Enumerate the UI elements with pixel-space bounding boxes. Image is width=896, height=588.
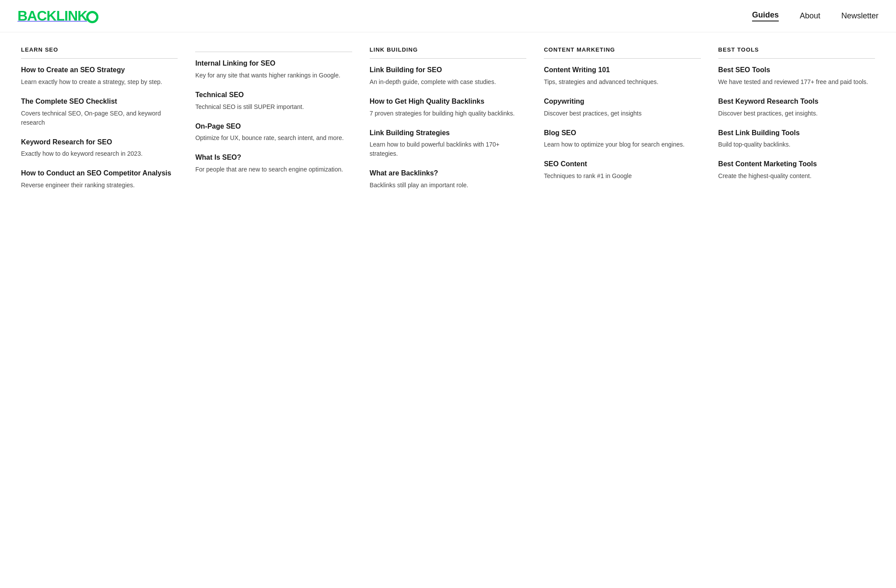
nav-link-guides[interactable]: Guides — [752, 10, 779, 21]
menu-col-header-0: LEARN SEO — [21, 46, 178, 59]
menu-item-0-3: How to Conduct an SEO Competitor Analysi… — [21, 169, 178, 190]
menu-item-link-1-3[interactable]: What Is SEO?For people that are new to s… — [195, 153, 352, 174]
menu-item-1-0: Internal Linking for SEOKey for any site… — [195, 59, 352, 80]
menu-item-1-1: Technical SEOTechnical SEO is still SUPE… — [195, 91, 352, 112]
menu-col-header-3: CONTENT MARKETING — [544, 46, 700, 59]
menu-item-link-0-0[interactable]: How to Create an SEO StrategyLearn exact… — [21, 66, 178, 87]
menu-item-desc: 7 proven strategies for building high qu… — [370, 109, 526, 118]
menu-item-link-0-2[interactable]: Keyword Research for SEOExactly how to d… — [21, 138, 178, 159]
menu-item-desc: Tips, strategies and advanced techniques… — [544, 77, 700, 87]
menu-item-0-2: Keyword Research for SEOExactly how to d… — [21, 138, 178, 159]
menu-item-title: Copywriting — [544, 97, 700, 106]
menu-item-desc: Learn how to optimize your blog for sear… — [544, 140, 700, 149]
site-header: BACKLINK GuidesAboutNewsletter — [0, 0, 896, 32]
menu-item-link-2-0[interactable]: Link Building for SEOAn in-depth guide, … — [370, 66, 526, 87]
menu-item-title: How to Create an SEO Strategy — [21, 66, 178, 75]
logo[interactable]: BACKLINK — [18, 8, 98, 24]
menu-item-link-0-1[interactable]: The Complete SEO ChecklistCovers technic… — [21, 97, 178, 127]
menu-item-title: Best Link Building Tools — [718, 129, 875, 138]
menu-item-desc: Optimize for UX, bounce rate, search int… — [195, 133, 352, 143]
menu-item-title: Best Keyword Research Tools — [718, 97, 875, 106]
menu-item-title: Blog SEO — [544, 129, 700, 138]
menu-item-link-3-1[interactable]: CopywritingDiscover best practices, get … — [544, 97, 700, 118]
menu-item-title: How to Get High Quality Backlinks — [370, 97, 526, 106]
menu-item-link-4-2[interactable]: Best Link Building ToolsBuild top-qualit… — [718, 129, 875, 150]
menu-item-1-3: What Is SEO?For people that are new to s… — [195, 153, 352, 174]
menu-item-link-0-3[interactable]: How to Conduct an SEO Competitor Analysi… — [21, 169, 178, 190]
menu-item-desc: Technical SEO is still SUPER important. — [195, 102, 352, 112]
menu-item-4-2: Best Link Building ToolsBuild top-qualit… — [718, 129, 875, 150]
menu-item-title: How to Conduct an SEO Competitor Analysi… — [21, 169, 178, 178]
menu-item-2-0: Link Building for SEOAn in-depth guide, … — [370, 66, 526, 87]
nav-link-newsletter[interactable]: Newsletter — [841, 11, 878, 21]
menu-item-title: What Is SEO? — [195, 153, 352, 162]
menu-item-title: Internal Linking for SEO — [195, 59, 352, 68]
menu-item-desc: Learn how to build powerful backlinks wi… — [370, 140, 526, 158]
menu-item-4-0: Best SEO ToolsWe have tested and reviewe… — [718, 66, 875, 87]
menu-item-4-1: Best Keyword Research ToolsDiscover best… — [718, 97, 875, 118]
menu-item-2-3: What are Backlinks?Backlinks still play … — [370, 169, 526, 190]
menu-col-4: BEST TOOLSBest SEO ToolsWe have tested a… — [715, 46, 878, 200]
menu-item-desc: Key for any site that wants higher ranki… — [195, 71, 352, 80]
menu-item-desc: Build top-quality backlinks. — [718, 140, 875, 149]
menu-item-3-1: CopywritingDiscover best practices, get … — [544, 97, 700, 118]
menu-item-desc: Discover best practices, get insights — [544, 109, 700, 118]
menu-item-link-4-1[interactable]: Best Keyword Research ToolsDiscover best… — [718, 97, 875, 118]
menu-item-title: Best Content Marketing Tools — [718, 160, 875, 169]
logo-o-icon — [86, 11, 98, 23]
menu-item-title: On-Page SEO — [195, 122, 352, 131]
menu-item-desc: Reverse engineer their ranking strategie… — [21, 181, 178, 190]
menu-item-link-1-2[interactable]: On-Page SEOOptimize for UX, bounce rate,… — [195, 122, 352, 143]
menu-item-3-0: Content Writing 101Tips, strategies and … — [544, 66, 700, 87]
menu-item-link-1-0[interactable]: Internal Linking for SEOKey for any site… — [195, 59, 352, 80]
menu-col-2: LINK BUILDINGLink Building for SEOAn in-… — [366, 46, 530, 200]
menu-item-link-3-2[interactable]: Blog SEOLearn how to optimize your blog … — [544, 129, 700, 150]
menu-item-title: What are Backlinks? — [370, 169, 526, 178]
menu-item-link-2-2[interactable]: Link Building StrategiesLearn how to bui… — [370, 129, 526, 159]
menu-item-title: Link Building for SEO — [370, 66, 526, 75]
menu-item-link-2-3[interactable]: What are Backlinks?Backlinks still play … — [370, 169, 526, 190]
menu-item-0-0: How to Create an SEO StrategyLearn exact… — [21, 66, 178, 87]
menu-col-header-2: LINK BUILDING — [370, 46, 526, 59]
menu-col-3: CONTENT MARKETINGContent Writing 101Tips… — [540, 46, 704, 200]
menu-item-title: Link Building Strategies — [370, 129, 526, 138]
menu-item-desc: Create the highest-quality content. — [718, 172, 875, 181]
menu-item-title: Best SEO Tools — [718, 66, 875, 75]
menu-item-link-3-0[interactable]: Content Writing 101Tips, strategies and … — [544, 66, 700, 87]
menu-item-title: Keyword Research for SEO — [21, 138, 178, 147]
menu-item-desc: We have tested and reviewed 177+ free an… — [718, 77, 875, 87]
menu-item-title: SEO Content — [544, 160, 700, 169]
menu-item-desc: Exactly how to do keyword research in 20… — [21, 149, 178, 158]
menu-item-desc: An in-depth guide, complete with case st… — [370, 77, 526, 87]
menu-item-desc: Covers technical SEO, On-page SEO, and k… — [21, 109, 178, 127]
menu-col-header-1 — [195, 46, 352, 52]
menu-item-4-3: Best Content Marketing ToolsCreate the h… — [718, 160, 875, 181]
main-nav: GuidesAboutNewsletter — [752, 10, 878, 21]
menu-item-link-1-1[interactable]: Technical SEOTechnical SEO is still SUPE… — [195, 91, 352, 112]
menu-item-title: Content Writing 101 — [544, 66, 700, 75]
menu-item-title: Technical SEO — [195, 91, 352, 100]
menu-item-desc: Learn exactly how to create a strategy, … — [21, 77, 178, 87]
menu-col-header-4: BEST TOOLS — [718, 46, 875, 59]
menu-item-2-2: Link Building StrategiesLearn how to bui… — [370, 129, 526, 159]
menu-item-1-2: On-Page SEOOptimize for UX, bounce rate,… — [195, 122, 352, 143]
menu-col-0: LEARN SEOHow to Create an SEO StrategyLe… — [18, 46, 181, 200]
menu-item-2-1: How to Get High Quality Backlinks7 prove… — [370, 97, 526, 118]
menu-item-link-2-1[interactable]: How to Get High Quality Backlinks7 prove… — [370, 97, 526, 118]
nav-link-about[interactable]: About — [800, 11, 820, 21]
menu-item-desc: Backlinks still play an important role. — [370, 181, 526, 190]
menu-item-title: The Complete SEO Checklist — [21, 97, 178, 106]
mega-menu: LEARN SEOHow to Create an SEO StrategyLe… — [0, 32, 896, 221]
menu-item-link-4-0[interactable]: Best SEO ToolsWe have tested and reviewe… — [718, 66, 875, 87]
menu-col-1: Internal Linking for SEOKey for any site… — [192, 46, 355, 200]
menu-item-link-4-3[interactable]: Best Content Marketing ToolsCreate the h… — [718, 160, 875, 181]
menu-item-desc: Discover best practices, get insights. — [718, 109, 875, 118]
menu-item-link-3-3[interactable]: SEO ContentTechniques to rank #1 in Goog… — [544, 160, 700, 181]
menu-item-desc: For people that are new to search engine… — [195, 165, 352, 174]
menu-item-3-3: SEO ContentTechniques to rank #1 in Goog… — [544, 160, 700, 181]
menu-item-0-1: The Complete SEO ChecklistCovers technic… — [21, 97, 178, 127]
menu-item-desc: Techniques to rank #1 in Google — [544, 172, 700, 181]
menu-item-3-2: Blog SEOLearn how to optimize your blog … — [544, 129, 700, 150]
